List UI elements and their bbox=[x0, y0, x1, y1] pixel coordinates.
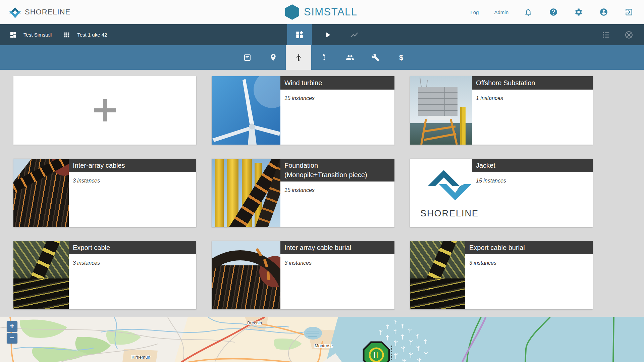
shoreline-logo-icon bbox=[8, 5, 23, 19]
tab-installation-setup[interactable] bbox=[287, 24, 312, 45]
tab-plumb-line[interactable] bbox=[311, 45, 337, 70]
card-title: Wind turbine bbox=[284, 79, 322, 87]
tab-wind-turbine[interactable] bbox=[286, 45, 311, 70]
play-icon bbox=[323, 31, 332, 39]
card-instances: 3 instances bbox=[284, 260, 390, 266]
wind-turbine-icon bbox=[294, 53, 303, 62]
app-logo: SIMSTALL bbox=[285, 4, 358, 20]
brand-text: SHORELINE bbox=[25, 8, 70, 16]
tab-run-simulation[interactable] bbox=[315, 24, 340, 45]
component-card-export-cable-burial[interactable]: Export cable burial 3 instances bbox=[410, 241, 593, 309]
dashboard-icon[interactable] bbox=[9, 31, 17, 39]
map-label-brechin: Brechin bbox=[247, 320, 262, 325]
monopile-photo bbox=[212, 159, 280, 227]
settings-gear-icon[interactable] bbox=[574, 8, 583, 16]
tab-properties-card[interactable] bbox=[234, 45, 260, 70]
location-pin-icon bbox=[269, 53, 277, 62]
dashboard-customize-icon bbox=[295, 31, 304, 39]
map-label-montrose: Montrose bbox=[315, 343, 333, 348]
component-card-inter-array-cables[interactable]: Inter-array cables 3 instances bbox=[13, 159, 196, 227]
card-instances: 3 instances bbox=[73, 260, 192, 266]
notifications-bell-icon[interactable] bbox=[524, 8, 533, 16]
project-breadcrumb: Test Simstall Test 1 uke 42 bbox=[9, 24, 118, 45]
card-title: Export cable bbox=[73, 244, 110, 251]
toolbar-right bbox=[588, 24, 633, 45]
component-card-foundation[interactable]: Foundation(Monopile+Transition piece) 15… bbox=[212, 159, 394, 227]
plus-icon bbox=[94, 99, 116, 121]
account-icon[interactable] bbox=[599, 8, 608, 16]
card-instances: 15 instances bbox=[284, 187, 390, 193]
scenario-name[interactable]: Test 1 uke 42 bbox=[77, 32, 107, 38]
map-label-kirriemuir: Kirriemuir bbox=[131, 355, 150, 360]
exit-to-app-icon[interactable] bbox=[625, 8, 633, 16]
map-zoom-in-button[interactable]: + bbox=[7, 321, 17, 332]
map-canvas: Brechin Montrose Kirriemuir bbox=[0, 317, 644, 362]
trending-chart-icon bbox=[350, 31, 359, 39]
card-title: Jacket bbox=[476, 162, 495, 169]
component-card-wind-turbine[interactable]: Wind turbine 15 instances bbox=[212, 76, 394, 145]
component-subtoolbar: $ bbox=[0, 45, 644, 70]
card-instances: 1 instances bbox=[476, 95, 589, 101]
help-icon[interactable] bbox=[549, 8, 558, 16]
component-card-export-cable[interactable]: Export cable 3 instances bbox=[13, 241, 196, 309]
tab-tools[interactable] bbox=[363, 45, 388, 70]
project-name[interactable]: Test Simstall bbox=[23, 32, 52, 38]
wind-turbine-photo bbox=[212, 76, 280, 145]
cable-reel-photo bbox=[13, 159, 69, 227]
card-instances: 3 instances bbox=[73, 178, 192, 184]
tab-results-chart[interactable] bbox=[342, 24, 367, 45]
shoreline-logo-mark bbox=[424, 165, 475, 205]
cable-arc-photo bbox=[212, 241, 280, 309]
tab-cost[interactable]: $ bbox=[388, 45, 414, 70]
card-title: Export cable burial bbox=[469, 244, 525, 251]
card-title: Foundation bbox=[284, 162, 318, 169]
personnel-icon bbox=[346, 53, 354, 62]
subsea-cable-photo bbox=[410, 241, 465, 309]
app-header: SHORELINE SIMSTALL Log Admin bbox=[0, 0, 644, 24]
log-link[interactable]: Log bbox=[470, 9, 479, 15]
top-nav: Log Admin bbox=[470, 0, 644, 24]
card-instances: 3 instances bbox=[469, 260, 589, 266]
list-icon[interactable] bbox=[602, 31, 610, 39]
subsea-cable-photo bbox=[13, 241, 69, 309]
project-toolbar: Test Simstall Test 1 uke 42 bbox=[0, 24, 644, 45]
shoreline-logo: SHORELINE bbox=[8, 5, 70, 19]
dollar-icon: $ bbox=[399, 53, 403, 62]
map-panel[interactable]: Brechin Montrose Kirriemuir + − bbox=[0, 317, 644, 362]
tab-personnel[interactable] bbox=[337, 45, 363, 70]
card-title: Inter-array cables bbox=[73, 162, 125, 169]
component-card-offshore-substation[interactable]: Offshore Substation 1 instances bbox=[410, 76, 593, 145]
tools-wrench-icon bbox=[371, 53, 380, 62]
offshore-substation-photo bbox=[410, 76, 472, 145]
tab-location-pin[interactable] bbox=[260, 45, 286, 70]
card-instances: 15 instances bbox=[284, 95, 390, 101]
admin-link[interactable]: Admin bbox=[494, 9, 508, 15]
card-title-line2: (Monopile+Transition piece) bbox=[284, 171, 367, 178]
plumb-line-icon bbox=[320, 53, 328, 62]
properties-card-icon bbox=[243, 53, 252, 62]
card-title: Offshore Substation bbox=[476, 79, 535, 87]
app-title: SIMSTALL bbox=[304, 6, 358, 18]
close-circle-icon[interactable] bbox=[625, 31, 633, 39]
map-zoom-out-button[interactable]: − bbox=[7, 333, 17, 344]
component-card-jacket[interactable]: SHORELINE Jacket 15 instances bbox=[410, 159, 593, 227]
card-title: Inter array cable burial bbox=[284, 244, 351, 251]
component-card-inter-array-cable-burial[interactable]: Inter array cable burial 3 instances bbox=[212, 241, 394, 309]
add-component-card[interactable] bbox=[13, 76, 196, 145]
apps-grid-icon[interactable] bbox=[63, 31, 70, 39]
card-instances: 15 instances bbox=[476, 178, 589, 184]
hexagon-icon bbox=[285, 4, 299, 20]
